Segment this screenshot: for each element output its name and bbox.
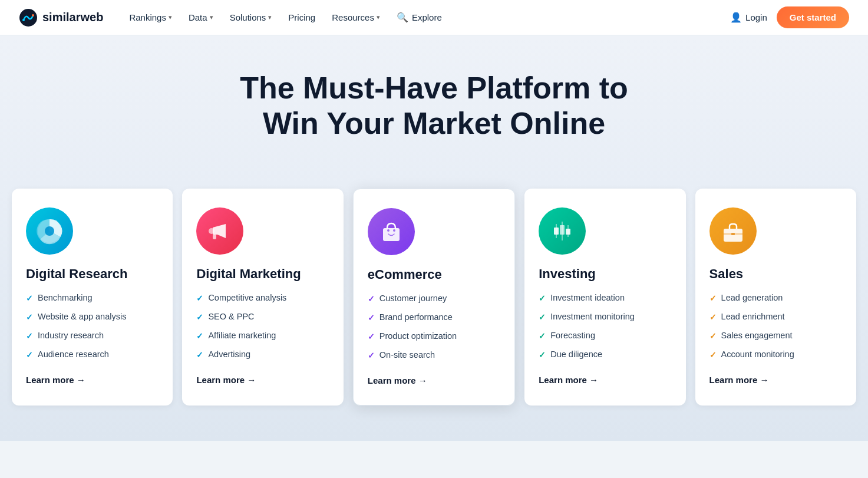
card-title-ecommerce: eCommerce — [368, 267, 500, 282]
card-icon-sales — [709, 207, 757, 255]
hero-title: The Must-Have Platform to Win Your Marke… — [210, 71, 658, 141]
user-icon: 👤 — [730, 12, 742, 23]
list-item: ✓ Sales engagement — [709, 330, 842, 342]
check-icon: ✓ — [368, 331, 375, 342]
check-icon: ✓ — [539, 350, 546, 361]
svg-point-9 — [387, 229, 390, 232]
list-item: ✓ On-site search — [368, 350, 500, 361]
card-investing: Investing ✓ Investment ideation ✓ Invest… — [524, 189, 685, 406]
list-item: ✓ Competitive analysis — [196, 292, 329, 304]
nav-rankings[interactable]: Rankings ▾ — [122, 8, 179, 27]
learn-more-digital-research[interactable]: Learn more → — [26, 375, 85, 385]
learn-more-sales[interactable]: Learn more → — [709, 375, 769, 385]
svg-rect-16 — [566, 229, 570, 235]
list-item: ✓ Product optimization — [368, 331, 500, 342]
check-icon: ✓ — [709, 331, 717, 342]
svg-rect-12 — [554, 228, 559, 235]
nav-right: 👤 Login Get started — [730, 6, 849, 28]
svg-rect-19 — [731, 233, 735, 235]
check-icon: ✓ — [26, 312, 33, 323]
svg-rect-8 — [383, 228, 400, 241]
navbar: similarweb Rankings ▾ Data ▾ Solutions ▾… — [0, 0, 868, 35]
logo-text: similarweb — [42, 11, 103, 24]
svg-rect-14 — [560, 225, 565, 235]
learn-more-digital-marketing[interactable]: Learn more → — [196, 375, 256, 385]
chevron-down-icon: ▾ — [268, 14, 272, 21]
check-icon: ✓ — [196, 293, 203, 304]
chevron-down-icon: ▾ — [210, 14, 213, 21]
card-list-digital-research: ✓ Benchmarking ✓ Website & app analysis … — [26, 292, 159, 361]
list-item: ✓ Due diligence — [539, 349, 671, 361]
list-item: ✓ Account monitoring — [709, 349, 842, 361]
check-icon: ✓ — [539, 312, 546, 323]
card-ecommerce: eCommerce ✓ Customer journey ✓ Brand per… — [353, 189, 515, 406]
card-title-digital-marketing: Digital Marketing — [196, 266, 329, 282]
check-icon: ✓ — [196, 312, 203, 323]
card-list-digital-marketing: ✓ Competitive analysis ✓ SEO & PPC ✓ Aff… — [196, 292, 329, 361]
logo[interactable]: similarweb — [19, 8, 103, 27]
list-item: ✓ Audience research — [26, 349, 159, 361]
chevron-down-icon: ▾ — [377, 14, 380, 21]
check-icon: ✓ — [26, 331, 33, 342]
list-item: ✓ Benchmarking — [26, 292, 159, 304]
nav-solutions[interactable]: Solutions ▾ — [223, 8, 279, 27]
card-digital-research: Digital Research ✓ Benchmarking ✓ Websit… — [12, 189, 173, 406]
card-sales: Sales ✓ Lead generation ✓ Lead enrichmen… — [695, 189, 856, 406]
list-item: ✓ Investment ideation — [539, 292, 671, 304]
card-icon-digital-marketing — [196, 207, 243, 255]
check-icon: ✓ — [196, 350, 203, 361]
list-item: ✓ Forecasting — [539, 330, 671, 342]
card-list-ecommerce: ✓ Customer journey ✓ Brand performance ✓… — [368, 293, 500, 361]
svg-point-1 — [22, 19, 25, 21]
check-icon: ✓ — [26, 293, 33, 304]
list-item: ✓ Customer journey — [368, 293, 500, 305]
check-icon: ✓ — [368, 294, 375, 305]
check-icon: ✓ — [539, 293, 546, 304]
check-icon: ✓ — [539, 331, 546, 342]
svg-point-4 — [45, 226, 54, 236]
card-icon-investing — [539, 207, 586, 255]
search-icon: 🔍 — [397, 12, 408, 23]
get-started-button[interactable]: Get started — [777, 6, 849, 28]
login-button[interactable]: 👤 Login — [730, 12, 767, 23]
list-item: ✓ Lead generation — [709, 292, 842, 304]
svg-point-10 — [393, 229, 395, 232]
chevron-down-icon: ▾ — [169, 14, 172, 21]
check-icon: ✓ — [368, 350, 375, 361]
nav-links: Rankings ▾ Data ▾ Solutions ▾ Pricing Re… — [122, 7, 725, 28]
card-icon-ecommerce — [368, 208, 415, 255]
list-item: ✓ Industry research — [26, 330, 159, 342]
nav-data[interactable]: Data ▾ — [181, 8, 220, 27]
svg-rect-7 — [213, 235, 216, 239]
cards-section: Digital Research ✓ Benchmarking ✓ Websit… — [0, 189, 868, 441]
nav-explore[interactable]: 🔍 Explore — [390, 7, 449, 28]
list-item: ✓ SEO & PPC — [196, 311, 329, 323]
hero-section: The Must-Have Platform to Win Your Marke… — [0, 35, 868, 189]
svg-point-2 — [32, 14, 34, 17]
learn-more-investing[interactable]: Learn more → — [539, 375, 598, 385]
card-title-investing: Investing — [539, 266, 671, 282]
list-item: ✓ Investment monitoring — [539, 311, 671, 323]
nav-resources[interactable]: Resources ▾ — [325, 8, 387, 27]
card-list-sales: ✓ Lead generation ✓ Lead enrichment ✓ Sa… — [709, 292, 842, 361]
card-list-investing: ✓ Investment ideation ✓ Investment monit… — [539, 292, 671, 361]
card-icon-digital-research — [26, 207, 73, 255]
list-item: ✓ Website & app analysis — [26, 311, 159, 323]
svg-point-6 — [209, 228, 214, 234]
check-icon: ✓ — [709, 350, 717, 361]
check-icon: ✓ — [709, 293, 717, 304]
cards-container: Digital Research ✓ Benchmarking ✓ Websit… — [12, 189, 856, 406]
nav-pricing[interactable]: Pricing — [281, 8, 322, 27]
learn-more-ecommerce[interactable]: Learn more → — [368, 375, 427, 385]
check-icon: ✓ — [709, 312, 717, 323]
check-icon: ✓ — [26, 350, 33, 361]
check-icon: ✓ — [196, 331, 203, 342]
card-title-digital-research: Digital Research — [26, 266, 159, 282]
card-digital-marketing: Digital Marketing ✓ Competitive analysis… — [182, 189, 343, 406]
list-item: ✓ Affiliate marketing — [196, 330, 329, 342]
card-title-sales: Sales — [709, 266, 842, 282]
check-icon: ✓ — [368, 312, 375, 324]
list-item: ✓ Brand performance — [368, 312, 500, 324]
list-item: ✓ Advertising — [196, 349, 329, 361]
list-item: ✓ Lead enrichment — [709, 311, 842, 323]
